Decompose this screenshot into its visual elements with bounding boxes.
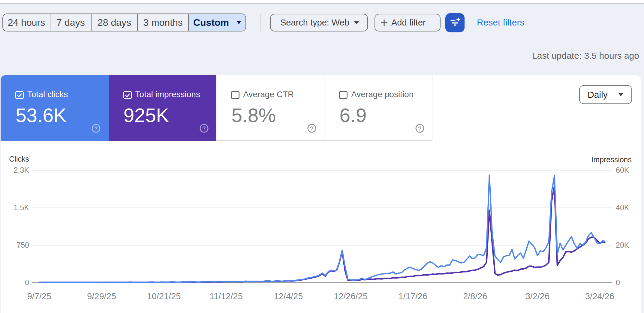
svg-text:9/7/25: 9/7/25 — [27, 291, 52, 301]
svg-text:12/26/25: 12/26/25 — [334, 291, 368, 301]
svg-text:750: 750 — [17, 241, 29, 249]
svg-text:1.5K: 1.5K — [14, 203, 29, 212]
svg-text:10/21/25: 10/21/25 — [147, 291, 181, 301]
svg-text:60K: 60K — [616, 166, 629, 174]
svg-text:9/29/25: 9/29/25 — [87, 291, 116, 301]
svg-text:Clicks: Clicks — [9, 155, 29, 163]
svg-text:1/17/26: 1/17/26 — [399, 291, 428, 301]
svg-text:3/24/26: 3/24/26 — [585, 291, 614, 301]
svg-text:Impressions: Impressions — [591, 155, 632, 164]
svg-text:20K: 20K — [616, 241, 629, 249]
svg-text:11/12/25: 11/12/25 — [209, 291, 243, 301]
svg-text:0: 0 — [616, 278, 620, 287]
svg-text:2/8/26: 2/8/26 — [463, 291, 487, 301]
svg-text:0: 0 — [25, 278, 29, 287]
svg-text:40K: 40K — [616, 203, 629, 212]
svg-text:2.3K: 2.3K — [14, 166, 29, 174]
svg-text:12/4/25: 12/4/25 — [274, 291, 303, 301]
svg-text:3/2/26: 3/2/26 — [525, 291, 550, 301]
